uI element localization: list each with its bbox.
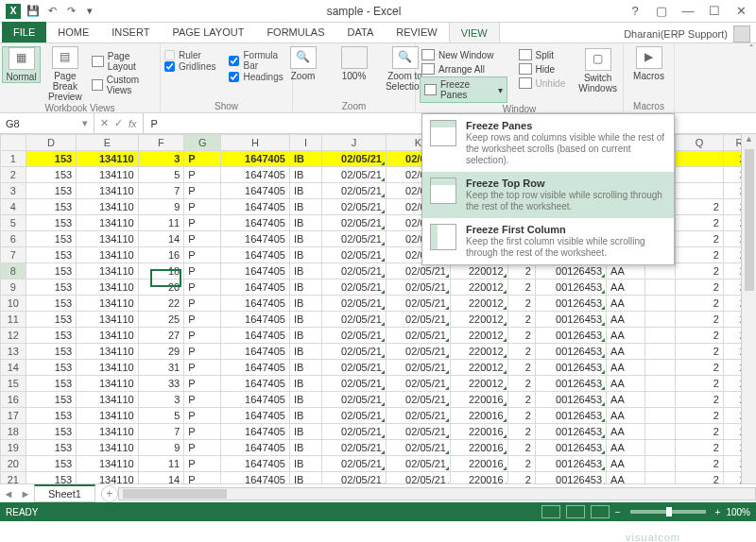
cell[interactable]: 00126453 (535, 263, 606, 279)
cell[interactable]: 2 (675, 215, 723, 231)
cell[interactable]: P (184, 424, 221, 440)
cell[interactable]: 02/05/21 (386, 376, 450, 392)
cell[interactable]: 220016 (450, 472, 507, 484)
cell[interactable]: P (184, 472, 221, 484)
column-header[interactable]: I (289, 135, 321, 151)
cell[interactable]: IB (289, 456, 321, 472)
cell[interactable]: 134110 (77, 215, 139, 231)
cell[interactable]: 134110 (77, 440, 139, 456)
cell[interactable]: 2 (675, 247, 723, 263)
tab-view[interactable]: VIEW (449, 22, 500, 42)
cell[interactable]: 153 (26, 263, 76, 279)
cell[interactable]: 02/05/21 (386, 263, 450, 279)
cell[interactable]: 1647405 (221, 392, 290, 408)
cell[interactable]: 00126453 (535, 328, 606, 344)
cell[interactable]: 2 (675, 344, 723, 360)
cell[interactable]: 153 (26, 312, 76, 328)
cell[interactable]: 1647405 (221, 199, 290, 215)
cell[interactable]: 2 (507, 263, 535, 279)
cell[interactable]: AA (607, 279, 645, 296)
split-button[interactable]: Split (517, 48, 568, 61)
cell[interactable]: 153 (26, 472, 76, 484)
normal-view-icon[interactable] (541, 505, 560, 518)
close-icon[interactable]: ✕ (731, 4, 750, 18)
cell[interactable] (645, 360, 676, 376)
cell[interactable]: P (184, 263, 221, 279)
cell[interactable]: 2 (675, 392, 723, 408)
cell[interactable]: 5 (138, 408, 184, 424)
cell[interactable]: 02/05/21 (321, 392, 386, 408)
row-header[interactable]: 9 (1, 279, 26, 296)
cell[interactable]: 1647405 (221, 279, 290, 296)
cell[interactable]: 153 (26, 408, 76, 424)
cell[interactable]: 1647405 (221, 263, 290, 279)
cell[interactable]: 134110 (77, 424, 139, 440)
cell[interactable]: 16 (138, 247, 184, 263)
save-icon[interactable]: 💾 (26, 5, 40, 18)
cell[interactable]: 00126453 (535, 360, 606, 376)
cell[interactable]: 11 (138, 215, 184, 231)
tab-data[interactable]: DATA (336, 22, 386, 42)
cell[interactable]: 02/05/21 (386, 344, 450, 360)
cell[interactable]: 2 (675, 199, 723, 215)
cell[interactable]: P (184, 199, 221, 215)
cell[interactable]: IB (289, 296, 321, 312)
redo-icon[interactable]: ↷ (64, 5, 77, 18)
cell[interactable]: 220012 (450, 360, 507, 376)
column-header[interactable]: F (138, 135, 184, 151)
cell[interactable]: P (184, 392, 221, 408)
row-header[interactable]: 1 (1, 151, 26, 167)
cell[interactable]: 1647405 (221, 440, 290, 456)
cell[interactable]: 29 (138, 344, 184, 360)
zoom-out-button[interactable]: − (615, 507, 621, 517)
cell[interactable]: 1647405 (221, 360, 290, 376)
cancel-formula-icon[interactable]: ✕ (100, 117, 109, 129)
cell[interactable]: P (184, 247, 221, 263)
cell[interactable]: P (184, 360, 221, 376)
cell[interactable]: 134110 (77, 456, 139, 472)
cell[interactable]: 3 (138, 151, 184, 167)
cell[interactable]: 220012 (450, 312, 507, 328)
cell[interactable]: 153 (26, 440, 76, 456)
cell[interactable]: P (184, 440, 221, 456)
column-header[interactable]: Q (675, 135, 723, 151)
cell[interactable]: IB (289, 360, 321, 376)
cell[interactable]: 00126453 (535, 344, 606, 360)
cell[interactable]: 153 (26, 424, 76, 440)
minimize-icon[interactable]: — (679, 4, 697, 18)
cell[interactable]: AA (607, 408, 645, 424)
page-break-view-icon[interactable] (591, 505, 610, 518)
cell[interactable]: 220012 (450, 328, 507, 344)
cell[interactable]: 134110 (77, 263, 139, 279)
undo-icon[interactable]: ↶ (45, 5, 59, 18)
cell[interactable]: 02/05/21 (321, 183, 386, 199)
cell[interactable]: 153 (26, 247, 76, 263)
cell[interactable]: P (184, 279, 221, 296)
cell[interactable]: IB (289, 376, 321, 392)
cell[interactable]: 2 (507, 328, 535, 344)
cell[interactable]: 02/05/21 (321, 312, 386, 328)
cell[interactable]: 134110 (77, 392, 139, 408)
cell[interactable]: 14 (138, 231, 184, 247)
row-header[interactable]: 21 (1, 472, 26, 484)
cell[interactable]: 153 (26, 360, 76, 376)
cell[interactable]: 220016 (450, 424, 507, 440)
tab-page-layout[interactable]: PAGE LAYOUT (161, 22, 255, 42)
cell[interactable]: IB (289, 392, 321, 408)
cell[interactable]: P (184, 151, 221, 167)
cell[interactable]: 2 (507, 456, 535, 472)
cell[interactable]: 134110 (77, 360, 139, 376)
add-sheet-button[interactable]: + (101, 485, 118, 502)
cell[interactable]: 02/05/21 (386, 456, 450, 472)
cell[interactable]: 1647405 (221, 167, 290, 183)
cell[interactable]: 02/05/21 (386, 296, 450, 312)
cell[interactable]: 9 (138, 440, 184, 456)
cell[interactable]: 3 (138, 392, 184, 408)
cell[interactable]: 153 (26, 392, 76, 408)
new-window-button[interactable]: New Window (420, 48, 507, 61)
switch-windows-button[interactable]: ▢Switch Windows (576, 48, 619, 93)
horizontal-scrollbar[interactable] (118, 487, 756, 500)
cell[interactable]: 00126453 (535, 296, 606, 312)
cell[interactable]: 00126453 (535, 408, 606, 424)
freeze-top-row-item[interactable]: Freeze Top RowKeep the top row visible w… (422, 172, 674, 218)
